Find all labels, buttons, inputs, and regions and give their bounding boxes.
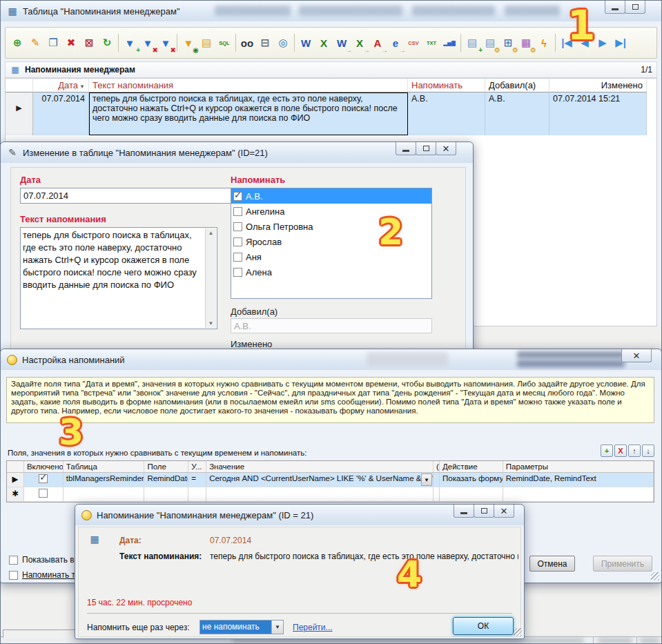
cell-remind[interactable]: А.В. — [408, 92, 485, 135]
item-checkbox[interactable] — [233, 237, 242, 246]
search-icon[interactable]: oo — [238, 34, 256, 52]
move-up-button[interactable]: ↑ — [628, 445, 641, 457]
apply-button[interactable]: Применить — [593, 556, 652, 572]
maximize-button[interactable] — [474, 505, 494, 518]
filter-icon[interactable]: ▼+ — [121, 34, 139, 52]
form-designer-icon[interactable]: ▦⚙ — [517, 34, 535, 52]
text-scrollbar[interactable]: ▲ ▼ — [205, 228, 216, 328]
actions-icon[interactable]: ϟ — [535, 34, 553, 52]
minimize-button[interactable] — [605, 1, 625, 14]
filter-clear-icon[interactable]: ▼✖ — [139, 34, 157, 52]
filter-clear-all-icon[interactable]: ▼✖ — [157, 34, 175, 52]
move-down-button[interactable]: ↓ — [642, 445, 654, 457]
column-header-modified[interactable]: Изменено — [549, 79, 647, 92]
grid-row[interactable]: ▶ tblManagersReminders RemindDate = Сего… — [7, 473, 654, 487]
minimize-button[interactable] — [396, 142, 416, 155]
grid-header-enabled[interactable]: Включено — [24, 461, 64, 472]
grid-header-table[interactable]: Таблица — [64, 461, 145, 472]
scroll-down-icon[interactable]: ▼ — [208, 320, 214, 326]
item-checkbox[interactable] — [233, 222, 242, 231]
item-checkbox[interactable] — [233, 207, 242, 216]
edit-record-icon[interactable]: ✎ — [26, 34, 44, 52]
cell-text[interactable]: теперь для быстрого поиска в таблицах, г… — [89, 92, 408, 135]
export-csv-icon[interactable]: CSV — [405, 34, 422, 52]
resize-grip[interactable] — [651, 572, 659, 580]
chevron-down-icon[interactable]: ▼ — [271, 621, 283, 634]
show-in-checkbox-row[interactable]: Показывать в — [9, 555, 75, 565]
resize-grip[interactable] — [514, 628, 522, 636]
nav-next-icon[interactable]: ▶ — [594, 34, 612, 52]
goto-link[interactable]: Перейти... — [293, 623, 333, 632]
sql-view-icon[interactable]: SQL — [215, 34, 233, 52]
cell-added[interactable]: А.В. — [485, 92, 549, 135]
table-settings-icon[interactable]: ⊞⚙ — [499, 34, 517, 52]
item-checkbox[interactable] — [233, 192, 242, 201]
add-row-button[interactable]: + — [601, 445, 613, 457]
item-checkbox[interactable] — [233, 268, 242, 277]
grid-cell-value[interactable]: Сегодня AND <CurrentUserName> LIKE '%' &… — [206, 473, 434, 487]
ok-button[interactable]: ОК — [453, 617, 514, 635]
grid-header-condition[interactable]: У... — [188, 461, 206, 472]
grid-new-row-selector[interactable]: ✱ — [7, 487, 24, 502]
cell-date[interactable]: 07.07.2014 — [33, 92, 89, 135]
grid-cell-table[interactable]: tblManagersReminders — [64, 473, 145, 487]
show-in-checkbox[interactable] — [9, 556, 18, 565]
grid-cell-action[interactable]: Показать форму — [440, 473, 503, 487]
group-tree-icon[interactable]: ▤ — [197, 34, 215, 52]
export-txt-icon[interactable]: TXT — [422, 34, 440, 52]
column-header-remind[interactable]: Напоминать — [408, 79, 485, 92]
minimize-button[interactable] — [454, 505, 474, 518]
column-header-text[interactable]: Текст напоминания — [89, 79, 408, 92]
close-button[interactable]: ✕ — [436, 142, 456, 155]
grid-header-value[interactable]: Значение — [206, 461, 434, 472]
form-new-settings-icon[interactable]: ▤+ — [463, 34, 481, 52]
grid-header-field[interactable]: Поле — [144, 461, 188, 472]
remind-only-checkbox-row[interactable]: Напоминать то — [9, 570, 75, 580]
grid-cell-enabled[interactable] — [24, 487, 64, 502]
remind-again-combobox[interactable]: не напоминать ▼ — [199, 620, 284, 634]
value-dropdown-button[interactable]: ▼ — [421, 474, 432, 486]
refresh-icon[interactable]: ↻ — [98, 34, 116, 52]
template-pdf-icon[interactable]: A→ — [369, 34, 387, 52]
delete-record-icon[interactable]: ✖ — [62, 34, 80, 52]
saved-filters-icon[interactable]: ▼◉ — [179, 34, 197, 52]
cell-modified[interactable]: 07.07.2014 15:21 — [549, 92, 647, 135]
template-excel-icon[interactable]: X→ — [351, 34, 369, 52]
copy-record-icon[interactable]: ❐ — [44, 34, 62, 52]
grid-header-params[interactable]: Параметры — [503, 461, 654, 472]
enabled-checkbox[interactable] — [39, 474, 48, 483]
scroll-up-icon[interactable]: ▲ — [208, 230, 214, 236]
grid-cell-params[interactable]: RemindDate, RemindText — [503, 473, 654, 487]
grid-new-row[interactable]: ✱ — [7, 487, 654, 502]
report-settings-icon[interactable]: ▤⚙ — [481, 34, 499, 52]
item-checkbox[interactable] — [233, 253, 242, 262]
enabled-checkbox[interactable] — [39, 489, 48, 498]
column-header-date[interactable]: Дата▼ — [33, 79, 89, 92]
add-record-icon[interactable]: ⊕ — [8, 34, 26, 52]
checklist-item[interactable]: А.В. — [231, 188, 431, 204]
delete-from-table-icon[interactable]: ⊠ — [80, 34, 98, 52]
grid-cell-paren[interactable] — [434, 473, 440, 487]
delete-row-button[interactable]: X — [614, 445, 627, 457]
checklist-item[interactable]: Алена — [231, 264, 431, 280]
close-button[interactable]: ✕ — [621, 349, 652, 362]
grid-header-action[interactable]: Действие — [440, 461, 503, 472]
print-icon[interactable]: ⊟ — [256, 34, 274, 52]
grid-row-selector[interactable]: ▶ — [7, 473, 24, 487]
remind-only-checkbox[interactable] — [9, 571, 18, 580]
maximize-button[interactable] — [416, 142, 436, 155]
row-selector[interactable]: ▶ — [6, 92, 33, 135]
template-html-icon[interactable]: e→ — [387, 34, 405, 52]
template-word-icon[interactable]: W→ — [333, 34, 351, 52]
cancel-button[interactable]: Отмена — [529, 556, 575, 572]
nav-last-icon[interactable]: ▶| — [612, 34, 630, 52]
chart-icon[interactable]: ▂▅▇ — [440, 34, 458, 52]
grid-header-paren[interactable]: ( — [434, 461, 440, 472]
grid-cell-condition[interactable]: = — [188, 473, 206, 487]
preview-icon[interactable]: ◎ — [274, 34, 292, 52]
table-row[interactable]: ▶ 07.07.2014 теперь для быстрого поиска … — [6, 92, 656, 135]
grid-cell-enabled[interactable] — [24, 473, 64, 487]
maximize-button[interactable] — [625, 1, 645, 14]
export-excel-icon[interactable]: X — [315, 34, 333, 52]
export-word-icon[interactable]: W — [297, 34, 315, 52]
